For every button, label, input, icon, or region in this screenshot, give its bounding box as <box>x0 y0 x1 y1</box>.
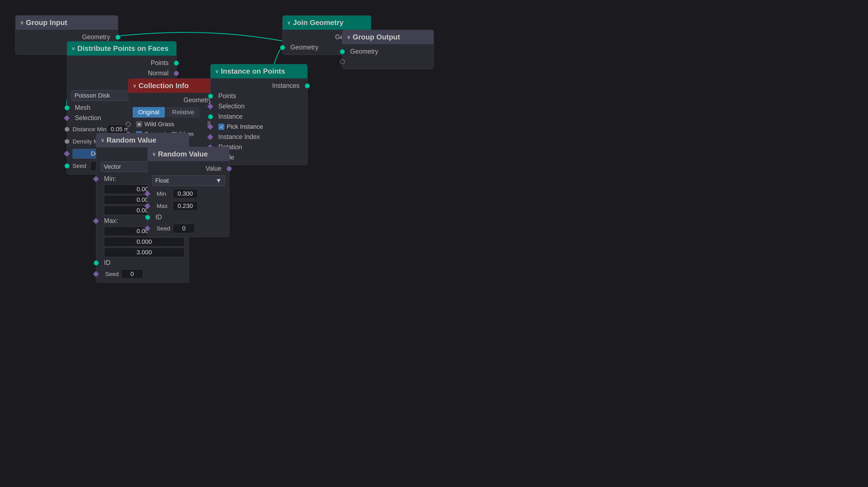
random-value-float-header[interactable]: ∨ Random Value <box>148 147 229 161</box>
vec-max-z-input[interactable] <box>104 248 184 257</box>
float-seed-row: Seed <box>148 222 229 235</box>
group-output-extra-row <box>342 57 434 67</box>
group-output-body: Geometry <box>342 44 434 69</box>
iop-instance-socket[interactable] <box>208 114 213 119</box>
random-value-vector-header[interactable]: ∨ Random Value <box>96 133 189 147</box>
vec-seed-socket[interactable] <box>93 271 99 278</box>
float-max-row: Max <box>148 200 229 212</box>
float-min-row: Min <box>148 188 229 200</box>
collection-item: ▣ Wild Grass ✕ <box>136 121 215 128</box>
normal-output-row: Normal <box>67 68 176 78</box>
vec-min-socket[interactable] <box>93 176 99 182</box>
vec-max-socket[interactable] <box>93 218 99 224</box>
dropdown-arrow: ▼ <box>216 177 222 184</box>
normal-output-socket[interactable] <box>174 71 179 76</box>
join-geometry-title: Join Geometry <box>293 18 343 27</box>
original-tab[interactable]: Original <box>133 107 165 118</box>
density-factor-socket[interactable] <box>64 151 70 157</box>
chevron-icon: ∨ <box>101 137 104 143</box>
iop-instance-index-row: Instance Index <box>211 132 307 142</box>
vector-type-value: Vector <box>104 163 121 170</box>
group-input-header[interactable]: ∨ Group Input <box>16 15 118 30</box>
collection-info-title: Collection Info <box>138 82 189 90</box>
chevron-icon: ∨ <box>347 34 350 40</box>
relative-tab[interactable]: Relative <box>166 107 200 118</box>
group-output-geometry-row: Geometry <box>342 46 434 57</box>
float-value-output-row: Value <box>148 163 229 174</box>
instance-on-points-header[interactable]: ∨ Instance on Points <box>211 64 307 78</box>
chevron-icon: ∨ <box>287 20 291 26</box>
collection-input-socket <box>126 122 131 127</box>
float-id-socket[interactable] <box>145 215 150 220</box>
group-output-geometry-socket[interactable] <box>340 49 345 54</box>
random-value-float-node: ∨ Random Value Value Float ▼ Min <box>147 147 229 237</box>
float-seed-container: Seed <box>155 224 225 233</box>
chevron-icon: ∨ <box>152 151 156 157</box>
float-id-row: ID <box>148 212 229 222</box>
random-value-float-title: Random Value <box>158 150 208 158</box>
vec-seed-input[interactable] <box>121 269 143 279</box>
chevron-icon: ∨ <box>71 45 75 52</box>
iop-pick-instance-row: ✓ Pick Instance <box>211 122 307 132</box>
float-type-value: Float <box>155 177 169 184</box>
float-value-output-socket[interactable] <box>227 166 232 171</box>
vec-id-row: ID <box>96 258 189 268</box>
pick-instance-checkbox[interactable]: ✓ <box>218 124 224 130</box>
density-max-socket[interactable] <box>64 139 69 144</box>
vec-id-socket[interactable] <box>94 260 99 265</box>
points-output-socket[interactable] <box>174 61 179 66</box>
tabs-container: Original Relative <box>128 105 219 119</box>
float-max-container: Max <box>155 201 225 211</box>
points-output-row: Points <box>67 58 176 68</box>
group-input-geometry-row: Geometry <box>16 32 118 42</box>
vec-max-z <box>96 247 189 258</box>
distance-min-socket[interactable] <box>64 127 69 132</box>
float-type-dropdown: Float ▼ <box>148 174 229 188</box>
float-min-input[interactable] <box>173 189 198 198</box>
group-output-extra-socket <box>340 59 345 64</box>
mesh-input-socket[interactable] <box>64 105 69 110</box>
iop-selection-row: Selection <box>211 101 307 111</box>
vec-seed-row: Seed <box>96 268 189 280</box>
vec-max-y <box>96 236 189 247</box>
distribute-points-title: Distribute Points on Faces <box>77 44 168 53</box>
collection-geometry-row: Geometry <box>128 95 219 105</box>
group-output-title: Group Output <box>353 33 400 41</box>
selection-socket[interactable] <box>64 115 70 121</box>
float-seed-input[interactable] <box>173 224 195 233</box>
chevron-icon: ∨ <box>20 20 24 26</box>
chevron-icon: ∨ <box>215 68 219 74</box>
pick-instance-label: Pick Instance <box>227 123 263 130</box>
seed-socket[interactable] <box>64 163 69 168</box>
pick-instance-item: ✓ Pick Instance <box>218 123 263 130</box>
instance-on-points-title: Instance on Points <box>221 67 285 75</box>
collection-icon: ▣ <box>136 121 142 127</box>
instances-output-row: Instances <box>211 80 307 91</box>
node-editor-canvas: ∨ Group Input Geometry ∨ Distribute Poin… <box>0 0 868 487</box>
chevron-icon: ∨ <box>133 83 136 89</box>
iop-points-socket[interactable] <box>208 94 213 99</box>
random-value-vector-title: Random Value <box>106 136 156 144</box>
vec-max-y-input[interactable] <box>104 237 184 247</box>
float-min-container: Min <box>155 189 225 198</box>
geometry-label: Geometry <box>82 33 110 41</box>
iop-points-row: Points <box>211 91 307 101</box>
iop-instance-row: Instance <box>211 111 307 122</box>
join-geometry-input-socket[interactable] <box>280 45 285 50</box>
vec-seed-container: Seed <box>104 269 184 279</box>
group-output-header[interactable]: ∨ Group Output <box>342 30 434 44</box>
random-value-float-body: Value Float ▼ Min Max <box>148 161 229 237</box>
mode-value: Poisson Disk <box>74 92 110 99</box>
join-geometry-header[interactable]: ∨ Join Geometry <box>283 15 371 30</box>
instances-output-socket[interactable] <box>305 84 310 88</box>
collection-info-header[interactable]: ∨ Collection Info <box>128 79 219 93</box>
geometry-output-socket[interactable] <box>116 35 120 40</box>
group-input-title: Group Input <box>26 18 67 27</box>
float-type-btn[interactable]: Float ▼ <box>152 175 225 186</box>
distribute-points-header[interactable]: ∨ Distribute Points on Faces <box>67 41 176 56</box>
collection-name: Wild Grass <box>144 121 175 128</box>
collection-item-row: ▣ Wild Grass ✕ <box>128 119 219 129</box>
group-output-node: ∨ Group Output Geometry <box>342 30 434 69</box>
float-max-input[interactable] <box>173 201 198 211</box>
